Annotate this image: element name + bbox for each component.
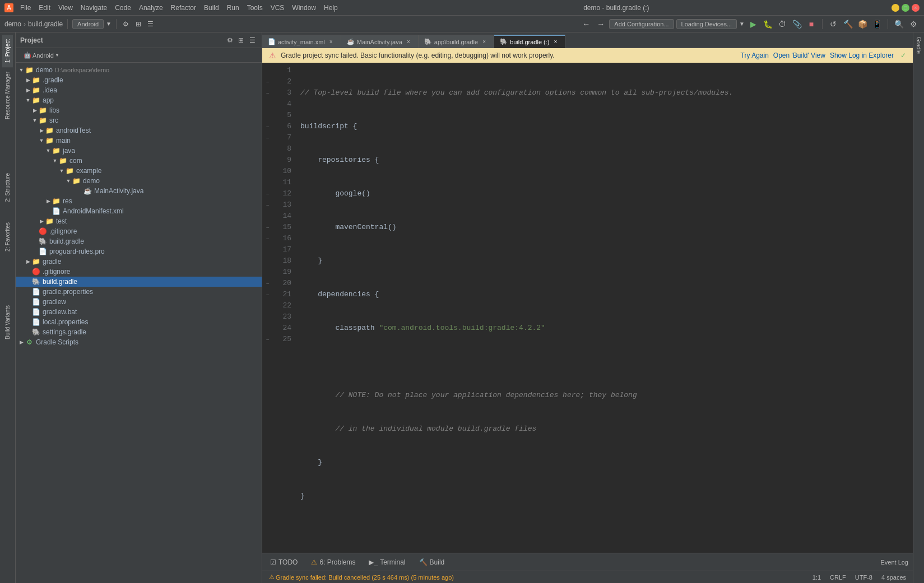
tree-arrow[interactable]: ▼ xyxy=(65,178,72,184)
run-button[interactable]: ▶ xyxy=(747,18,759,30)
tab-build-gradle-root[interactable]: 🐘 build.gradle (:) × xyxy=(494,35,565,48)
menu-edit[interactable]: Edit xyxy=(35,3,54,13)
tree-item-proguard[interactable]: ▶ 📄 proguard-rules.pro xyxy=(16,246,262,256)
tree-item-androidmanifest[interactable]: ▶ 📄 AndroidManifest.xml xyxy=(16,206,262,216)
menu-view[interactable]: View xyxy=(55,3,76,13)
right-tab-gradle[interactable]: Gradle xyxy=(914,32,923,58)
loading-devices-button[interactable]: Loading Devices... xyxy=(676,19,737,29)
event-log-label[interactable]: Event Log xyxy=(880,559,908,566)
tree-arrow-demo[interactable]: ▼ xyxy=(18,67,25,73)
tree-arrow[interactable]: ▼ xyxy=(58,168,65,174)
profile-button[interactable]: ⏱ xyxy=(776,18,788,30)
tree-arrow[interactable]: ▼ xyxy=(38,138,45,143)
cursor-position[interactable]: 1:1 xyxy=(810,574,823,581)
settings-icon[interactable]: ⚙ xyxy=(121,19,131,29)
tree-item-com[interactable]: ▼ 📁 com xyxy=(16,156,262,166)
tree-item-gradle-hidden[interactable]: ▶ 📁 .gradle xyxy=(16,75,262,85)
make-button[interactable]: 🔨 xyxy=(842,18,854,30)
tree-item-androidtest[interactable]: ▶ 📁 androidTest xyxy=(16,125,262,136)
sidebar-tab-favorites[interactable]: 2: Favorites xyxy=(2,218,13,256)
sync-status[interactable]: ⚠ Gradle sync failed: Build cancelled (2… xyxy=(267,573,456,581)
sync-button[interactable]: ↺ xyxy=(827,18,839,30)
tab-close-button[interactable]: × xyxy=(405,38,412,46)
bottom-tab-terminal[interactable]: ▶_ Terminal xyxy=(365,556,408,568)
menu-file[interactable]: File xyxy=(17,3,34,13)
search-button[interactable]: 🔍 xyxy=(893,18,905,30)
menu-vcs[interactable]: VCS xyxy=(267,3,288,13)
bottom-tab-todo[interactable]: ☑ TODO xyxy=(267,556,301,568)
tree-item-demo-pkg[interactable]: ▼ 📁 demo xyxy=(16,176,262,186)
stop-button[interactable]: ■ xyxy=(805,18,818,30)
tab-app-build-gradle[interactable]: 🐘 app\build.gradle × xyxy=(419,35,494,48)
menu-build[interactable]: Build xyxy=(201,3,222,13)
tree-item-app[interactable]: ▼ 📁 app xyxy=(16,95,262,105)
tree-item-gradle-folder[interactable]: ▶ 📁 gradle xyxy=(16,256,262,267)
tab-main-activity[interactable]: ☕ MainActivity.java × xyxy=(341,35,419,48)
try-again-link[interactable]: Try Again xyxy=(741,52,769,59)
tab-close-button[interactable]: × xyxy=(327,38,335,46)
tree-item-gradle-properties[interactable]: ▶ 📄 gradle.properties xyxy=(16,287,262,297)
menu-bar[interactable]: File Edit View Navigate Code Analyze Ref… xyxy=(17,3,341,13)
indent[interactable]: 4 spaces xyxy=(879,574,908,581)
layout-icon[interactable]: ⊞ xyxy=(133,19,143,29)
panel-config-icon[interactable]: ☰ xyxy=(247,35,257,45)
menu-refactor[interactable]: Refactor xyxy=(168,3,199,13)
sdk-manager-button[interactable]: 📦 xyxy=(856,18,869,30)
tree-item-res[interactable]: ▶ 📁 res xyxy=(16,196,262,206)
tree-arrow[interactable]: ▼ xyxy=(31,118,38,123)
gutter-fold-25[interactable]: − xyxy=(262,334,273,345)
sidebar-tab-project[interactable]: 1: Project xyxy=(2,35,13,67)
panel-layout-icon[interactable]: ⊞ xyxy=(236,35,246,45)
sidebar-tab-resource[interactable]: Resource Manager xyxy=(2,67,13,124)
tree-item-settings-gradle[interactable]: ▶ 🐘 settings.gradle xyxy=(16,327,262,337)
tree-item-example[interactable]: ▼ 📁 example xyxy=(16,166,262,176)
tree-item-main[interactable]: ▼ 📁 main xyxy=(16,136,262,146)
settings-main-button[interactable]: ⚙ xyxy=(907,18,920,30)
gutter-fold-12[interactable]: − xyxy=(262,188,273,199)
line-ending[interactable]: CRLF xyxy=(828,574,848,581)
panel-android-selector[interactable]: 🤖 Android ▼ xyxy=(16,48,262,63)
gutter-fold-7[interactable]: − xyxy=(262,132,273,143)
tree-arrow[interactable]: ▶ xyxy=(18,339,25,345)
avd-manager-button[interactable]: 📱 xyxy=(871,18,883,30)
tab-close-active-button[interactable]: × xyxy=(551,38,559,46)
menu-help[interactable]: Help xyxy=(321,3,341,13)
tree-arrow[interactable]: ▶ xyxy=(25,87,31,93)
menu-code[interactable]: Code xyxy=(112,3,134,13)
tree-item-demo[interactable]: ▼ 📁 demo D:\workspace\demo xyxy=(16,65,262,75)
maximize-button[interactable]: □ xyxy=(902,4,909,12)
tree-arrow[interactable]: ▼ xyxy=(52,158,58,164)
gutter-fold-15[interactable]: − xyxy=(262,222,273,233)
android-view-btn[interactable]: 🤖 Android ▼ xyxy=(20,50,63,60)
tree-item-gitignore-app[interactable]: ▶ 🔴 .gitignore xyxy=(16,226,262,236)
open-build-link[interactable]: Open 'Build' View xyxy=(773,52,825,59)
debug-button[interactable]: 🐛 xyxy=(762,18,774,30)
tab-activity-main[interactable]: 📄 activity_main.xml × xyxy=(262,35,341,48)
sidebar-tab-build-variants[interactable]: Build Variants xyxy=(2,301,13,344)
window-controls[interactable]: − □ × xyxy=(892,4,920,12)
tree-item-mainactivity[interactable]: ▶ ☕ MainActivity.java xyxy=(16,186,262,196)
gutter-fold-21[interactable]: − xyxy=(262,289,273,300)
minimize-button[interactable]: − xyxy=(892,4,899,12)
tree-arrow[interactable]: ▼ xyxy=(45,148,52,153)
panel-gear-icon[interactable]: ⚙ xyxy=(225,35,235,45)
menu-run[interactable]: Run xyxy=(224,3,243,13)
bottom-tab-problems[interactable]: ⚠ 6: Problems xyxy=(308,556,359,568)
tree-arrow[interactable]: ▶ xyxy=(25,77,31,83)
sidebar-tab-structure[interactable]: 2: Structure xyxy=(2,169,13,207)
tree-item-gitignore-root[interactable]: ▶ 🔴 .gitignore xyxy=(16,267,262,277)
tree-item-java[interactable]: ▼ 📁 java xyxy=(16,146,262,156)
code-editor[interactable]: − − − − − − − − − − xyxy=(262,63,913,553)
tree-item-gradle-scripts[interactable]: ▶ ⚙ Gradle Scripts xyxy=(16,337,262,347)
gutter-fold-2[interactable]: − xyxy=(262,76,273,87)
tab-close-button[interactable]: × xyxy=(480,38,488,46)
tree-arrow[interactable]: ▶ xyxy=(38,218,45,224)
gutter-fold-3[interactable]: − xyxy=(262,87,273,99)
attach-button[interactable]: 📎 xyxy=(791,18,803,30)
tree-item-build-gradle-root[interactable]: ▶ 🐘 build.gradle xyxy=(16,277,262,287)
tree-arrow[interactable]: ▼ xyxy=(25,97,31,103)
add-configuration-button[interactable]: Add Configuration... xyxy=(609,19,674,29)
tree-arrow[interactable]: ▶ xyxy=(38,128,45,133)
bottom-tab-build[interactable]: 🔨 Build xyxy=(416,556,448,568)
menu-navigate[interactable]: Navigate xyxy=(77,3,110,13)
